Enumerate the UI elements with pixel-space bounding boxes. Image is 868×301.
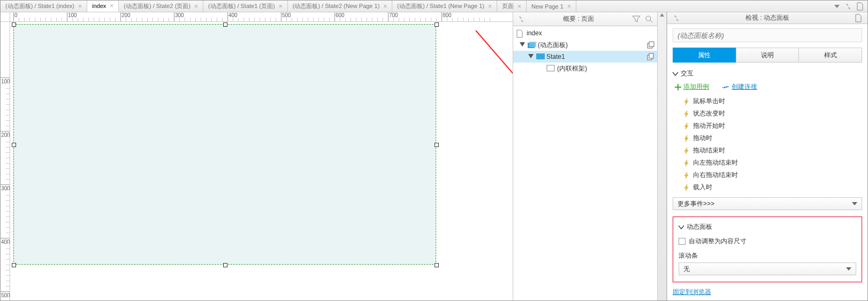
- tab-label: (动态面板) / State1 (页面): [208, 2, 275, 10]
- panel-gutter[interactable]: [657, 12, 667, 300]
- filter-icon[interactable]: [631, 14, 641, 24]
- resize-handle-ne[interactable]: [435, 22, 439, 27]
- event-item[interactable]: 拖动时: [683, 134, 862, 143]
- close-icon[interactable]: ×: [488, 3, 492, 10]
- plus-icon: [675, 84, 681, 90]
- page-icon[interactable]: [854, 13, 863, 23]
- close-icon[interactable]: ×: [517, 3, 521, 10]
- event-label: 拖动结束时: [693, 146, 725, 155]
- inspector-tabs: 属性 说明 样式: [673, 48, 862, 63]
- collapse-icon: [845, 3, 851, 10]
- tab[interactable]: (动态面板) / State1 (index)×: [1, 1, 87, 12]
- tab-properties[interactable]: 属性: [673, 48, 736, 63]
- stack-icon[interactable]: [648, 42, 654, 48]
- close-icon[interactable]: ×: [567, 3, 571, 10]
- close-icon[interactable]: ×: [279, 3, 283, 10]
- event-label: 拖动时: [693, 134, 712, 143]
- ruler-horizontal: 0100200300400500600700800: [10, 12, 513, 22]
- tree-row[interactable]: (内联框架): [513, 63, 657, 74]
- svg-marker-4: [520, 42, 525, 47]
- event-item[interactable]: 拖动开始时: [683, 121, 862, 130]
- ruler-tick-label: 0: [14, 12, 18, 18]
- tab-label: New Page 1: [531, 3, 564, 10]
- chevron-down-icon: [834, 5, 840, 8]
- select-label: 更多事件>>>: [677, 199, 714, 209]
- close-icon[interactable]: ×: [194, 3, 198, 10]
- resize-handle-s[interactable]: [223, 263, 227, 267]
- lightning-icon: [683, 184, 690, 191]
- app-window: (动态面板) / State1 (index)× index× (动态面板) /…: [0, 0, 868, 301]
- checkbox-fit-content[interactable]: 自动调整为内容尺寸: [679, 237, 856, 246]
- create-link-button[interactable]: 创建连接: [722, 82, 757, 91]
- tab-label: 说明: [761, 51, 774, 60]
- inspector-body: 属性 说明 样式 交互 添加用例 创建连接: [667, 24, 867, 300]
- event-label: 鼠标单击时: [693, 97, 725, 106]
- tab[interactable]: New Page 1×: [527, 1, 576, 12]
- widget-name-input[interactable]: [673, 28, 862, 42]
- tab-style[interactable]: 样式: [798, 48, 862, 63]
- event-item[interactable]: 向左拖动结束时: [683, 158, 862, 167]
- expander-open-icon[interactable]: [520, 42, 525, 48]
- event-item[interactable]: 载入时: [683, 183, 862, 192]
- lightning-icon: [683, 172, 690, 179]
- section-title: 动态面板: [687, 222, 712, 231]
- resize-handle-e[interactable]: [435, 143, 439, 147]
- dynamic-panel-widget[interactable]: [13, 24, 436, 265]
- event-item[interactable]: 状态改变时: [683, 109, 862, 118]
- inspector-panel: 检视 : 动态面板 属性 说明 样式 交互 添加用例: [667, 12, 867, 300]
- outline-header: 概要 : 页面: [513, 12, 657, 26]
- search-icon[interactable]: [644, 14, 654, 24]
- more-events-select[interactable]: 更多事件>>>: [673, 197, 862, 210]
- tab-label: (动态面板) / State1 (New Page 1): [397, 2, 484, 10]
- section-header[interactable]: 动态面板: [679, 222, 856, 231]
- resize-handle-w[interactable]: [12, 143, 16, 147]
- tree-row-root[interactable]: index: [513, 27, 657, 39]
- scrollbar-select[interactable]: 无: [679, 263, 856, 275]
- event-label: 向左拖动结束时: [693, 158, 738, 167]
- tab[interactable]: index×: [87, 1, 119, 12]
- resize-handle-sw[interactable]: [12, 263, 16, 267]
- page-icon: [857, 3, 863, 10]
- chevron-down-icon: [673, 71, 678, 76]
- tab[interactable]: 页面×: [497, 1, 527, 12]
- add-case-button[interactable]: 添加用例: [675, 82, 709, 91]
- resize-handle-nw[interactable]: [12, 22, 16, 27]
- tab-label: index: [92, 3, 106, 9]
- tab-label: 页面: [502, 2, 514, 10]
- tree-row[interactable]: State1: [513, 51, 657, 63]
- lightning-icon: [683, 98, 690, 105]
- tab[interactable]: (动态面板) / State2 (New Page 1)×: [288, 1, 393, 12]
- event-item[interactable]: 鼠标单击时: [683, 97, 862, 106]
- canvas[interactable]: [10, 22, 513, 300]
- event-item[interactable]: 拖动结束时: [683, 146, 862, 155]
- svg-marker-9: [528, 54, 534, 58]
- copy-icon[interactable]: [648, 53, 654, 60]
- canvas-area: 0100200300400500600700800 10020030040050…: [1, 12, 513, 300]
- resize-handle-se[interactable]: [435, 263, 439, 267]
- tab[interactable]: (动态面板) / State2 (页面)×: [119, 1, 203, 12]
- close-icon[interactable]: ×: [78, 3, 82, 10]
- tree-row[interactable]: (动态面板): [513, 39, 657, 51]
- outline-title: 概要 : 页面: [529, 14, 628, 24]
- svg-point-2: [646, 16, 651, 21]
- collapse-icon[interactable]: [672, 13, 681, 23]
- event-item[interactable]: 向右拖动结束时: [683, 171, 862, 180]
- ruler-origin: [1, 12, 10, 22]
- tabs-overflow[interactable]: [830, 1, 867, 12]
- section-header[interactable]: 交互: [673, 69, 862, 78]
- link-icon: [722, 84, 729, 90]
- tab-notes[interactable]: 说明: [736, 48, 800, 63]
- expander-open-icon[interactable]: [528, 54, 534, 59]
- resize-handle-n[interactable]: [223, 22, 227, 27]
- close-icon[interactable]: ×: [110, 2, 113, 10]
- tab[interactable]: (动态面板) / State1 (New Page 1)×: [392, 1, 497, 12]
- collapse-icon[interactable]: [516, 14, 526, 24]
- svg-marker-0: [834, 5, 840, 8]
- link-label: 添加用例: [683, 82, 709, 91]
- pin-to-browser-link[interactable]: 固定到浏览器: [673, 288, 711, 296]
- event-label: 载入时: [693, 183, 712, 192]
- checkbox-icon: [679, 238, 686, 245]
- tab[interactable]: (动态面板) / State1 (页面)×: [203, 1, 288, 12]
- lightning-icon: [683, 111, 690, 117]
- close-icon[interactable]: ×: [383, 3, 387, 10]
